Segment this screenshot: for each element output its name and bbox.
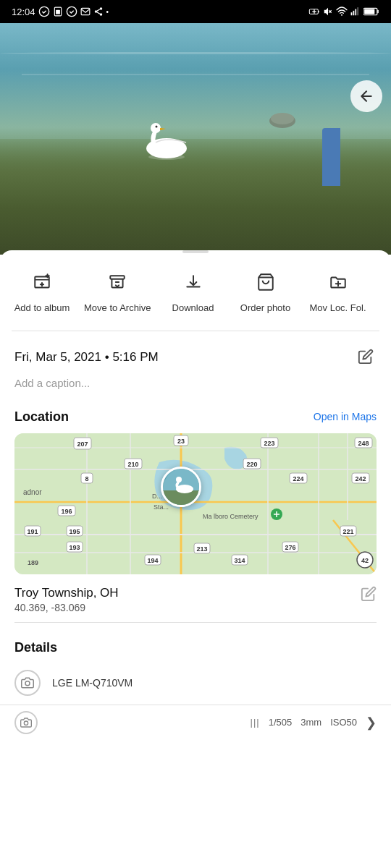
camera-circle-icon <box>14 670 41 696</box>
edit-location-button[interactable] <box>361 586 377 604</box>
svg-rect-19 <box>355 9 356 16</box>
rock-svg <box>268 110 297 128</box>
battery-icon <box>363 7 379 17</box>
svg-text:adnor: adnor <box>23 488 42 496</box>
archive-icon <box>103 268 132 297</box>
svg-point-25 <box>151 123 161 133</box>
svg-text:195: 195 <box>69 528 80 535</box>
svg-point-99 <box>25 681 30 686</box>
order-photo-button[interactable]: Order photo <box>230 263 302 319</box>
bar-separator: ||| <box>251 717 260 728</box>
edit-location-icon <box>361 586 377 602</box>
svg-text:8: 8 <box>85 475 88 482</box>
svg-point-97 <box>176 485 193 493</box>
bar-focal: 3mm <box>300 717 321 728</box>
svg-point-16 <box>341 14 342 16</box>
chevron-icon: ❯ <box>366 715 377 730</box>
camera-icon-area <box>14 711 38 734</box>
archive-label: Move to Archive <box>84 302 151 315</box>
location-title: Location <box>14 409 69 425</box>
status-bar: 12:04 • <box>0 0 391 23</box>
swan <box>134 121 192 161</box>
divider-2 <box>14 622 377 623</box>
location-coords: 40.369, -83.069 <box>14 602 119 613</box>
water-ripple-2 <box>22 74 369 75</box>
location-name: Troy Township, OH <box>14 586 119 600</box>
caption-placeholder[interactable]: Add a caption... <box>14 377 377 389</box>
svg-text:Sta...: Sta... <box>154 503 169 511</box>
details-section: Details <box>0 629 391 670</box>
date-section: Fri, Mar 5, 2021 • 5:16 PM Add a caption… <box>0 331 391 398</box>
add-to-album-button[interactable]: Add to album <box>6 263 78 319</box>
photo-pin <box>161 467 201 507</box>
svg-text:D...: D... <box>152 493 162 500</box>
bottom-bar: ||| 1/505 3mm ISO50 ❯ <box>0 705 391 746</box>
svg-point-100 <box>24 721 28 725</box>
svg-text:314: 314 <box>234 557 245 564</box>
svg-point-98 <box>176 477 182 482</box>
folder-label: Mov Loc. Fol. <box>309 302 366 315</box>
svg-text:223: 223 <box>264 440 274 447</box>
svg-point-27 <box>148 154 185 160</box>
mail-icon <box>80 7 91 17</box>
svg-point-0 <box>39 7 49 16</box>
camera-model-text: LGE LM-Q710VM <box>52 677 133 689</box>
tech-info-bar: ||| 1/505 3mm ISO50 ❯ <box>251 715 377 731</box>
status-left: 12:04 • <box>12 6 109 17</box>
svg-rect-36 <box>111 276 125 278</box>
location-header: Location Open in Maps <box>14 409 377 425</box>
svg-rect-2 <box>56 10 60 14</box>
svg-text:248: 248 <box>358 440 369 447</box>
drag-handle[interactable] <box>182 250 209 253</box>
map-container[interactable]: 207 23 223 248 210 220 8 <box>14 433 377 574</box>
move-to-archive-button[interactable]: Move to Archive <box>78 263 157 319</box>
edit-date-button[interactable] <box>355 346 377 370</box>
svg-point-3 <box>67 7 76 16</box>
mute-icon <box>323 7 333 17</box>
add-album-icon <box>28 268 56 297</box>
location-section: Location Open in Maps <box>0 398 391 616</box>
svg-text:23: 23 <box>177 438 185 445</box>
svg-line-9 <box>97 9 100 11</box>
bottom-sheet: Add to album Move to Archive Downloa <box>0 250 391 746</box>
location-detail: Troy Township, OH 40.369, -83.069 <box>14 574 377 616</box>
open-maps-link[interactable]: Open in Maps <box>314 411 377 422</box>
move-location-folder-button[interactable]: Mov Loc. Fol. <box>302 263 374 319</box>
download-label: Download <box>172 302 214 315</box>
share-icon <box>93 7 104 17</box>
actions-row: Add to album Move to Archive Downloa <box>0 263 391 331</box>
svg-text:191: 191 <box>27 528 38 535</box>
svg-rect-4 <box>81 8 90 14</box>
bar-counter: 1/505 <box>269 717 293 728</box>
folder-icon <box>324 268 353 297</box>
svg-rect-18 <box>353 11 355 15</box>
bar-iso: ISO50 <box>330 717 357 728</box>
svg-text:221: 221 <box>342 528 353 535</box>
svg-point-29 <box>271 113 294 124</box>
back-button[interactable] <box>350 80 382 112</box>
status-right <box>308 6 379 17</box>
date-row: Fri, Mar 5, 2021 • 5:16 PM <box>14 346 377 370</box>
checkmark-icon <box>38 6 50 17</box>
order-icon <box>251 268 280 297</box>
download-icon <box>179 268 208 297</box>
date-time-text: Fri, Mar 5, 2021 • 5:16 PM <box>14 350 159 365</box>
back-arrow-icon <box>359 89 374 103</box>
map-svg: 207 23 223 248 210 220 8 <box>14 433 377 574</box>
signal-dot: • <box>106 8 109 16</box>
location-text: Troy Township, OH 40.369, -83.069 <box>14 586 119 613</box>
svg-text:42: 42 <box>361 557 369 564</box>
svg-text:220: 220 <box>246 461 257 468</box>
svg-text:210: 210 <box>127 461 138 468</box>
svg-text:224: 224 <box>293 475 303 482</box>
svg-text:194: 194 <box>147 557 158 564</box>
svg-text:193: 193 <box>69 544 80 551</box>
chevron-button[interactable]: ❯ <box>366 715 377 731</box>
battery-saver-icon <box>308 6 320 17</box>
svg-point-6 <box>94 10 97 13</box>
add-album-label: Add to album <box>14 302 70 315</box>
download-button[interactable]: Download <box>157 263 230 319</box>
svg-rect-20 <box>357 7 358 15</box>
svg-rect-17 <box>351 12 353 15</box>
order-label: Order photo <box>240 302 290 315</box>
